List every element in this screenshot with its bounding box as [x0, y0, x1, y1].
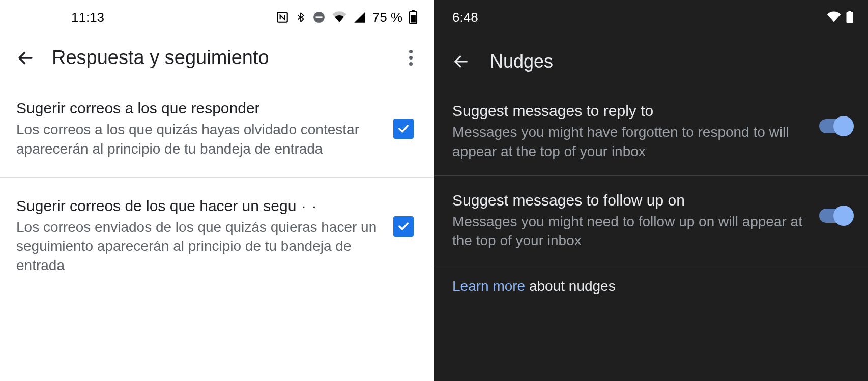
overflow-menu-icon[interactable] [402, 46, 420, 70]
settings-list: Sugerir correos a los que responder Los … [0, 84, 434, 289]
status-bar: 6:48 [434, 0, 868, 32]
setting-suggest-reply[interactable]: Sugerir correos a los que responder Los … [0, 84, 434, 173]
toggle-on[interactable] [819, 209, 851, 223]
svg-rect-2 [315, 16, 322, 18]
setting-title: Suggest messages to reply to [452, 101, 807, 121]
setting-desc: Los correos a los que quizás hayas olvid… [16, 120, 381, 159]
setting-suggest-followup[interactable]: Sugerir correos de los que hacer un segu… [0, 182, 434, 289]
app-bar: Respuesta y seguimiento [0, 32, 434, 84]
battery-icon [846, 11, 854, 24]
learn-more-text: about nudges [525, 278, 616, 294]
setting-title: Sugerir correos de los que hacer un segu [16, 196, 381, 216]
setting-desc: Messages you might need to follow up on … [452, 212, 807, 251]
page-title: Respuesta y seguimiento [52, 47, 385, 69]
app-bar: Nudges [434, 32, 868, 86]
checkbox-checked[interactable] [393, 216, 414, 237]
dnd-icon [312, 11, 326, 24]
learn-more-link[interactable]: Learn more [452, 278, 525, 294]
battery-icon [409, 10, 418, 24]
battery-percent: 75 % [372, 10, 402, 25]
screen-dark: 6:48 Nudges Suggest messages to reply to… [434, 0, 868, 381]
setting-desc: Messages you might have forgotten to res… [452, 123, 807, 161]
setting-desc: Los correos enviados de los que quizás q… [16, 218, 381, 275]
back-icon[interactable] [16, 49, 35, 67]
toggle-on[interactable] [819, 119, 851, 133]
divider [0, 177, 434, 178]
settings-list: Suggest messages to reply to Messages yo… [434, 86, 868, 308]
setting-title: Suggest messages to follow up on [452, 190, 807, 210]
back-icon[interactable] [452, 53, 470, 70]
setting-suggest-followup[interactable]: Suggest messages to follow up on Message… [434, 176, 868, 265]
checkbox-checked[interactable] [393, 119, 414, 139]
setting-suggest-reply[interactable]: Suggest messages to reply to Messages yo… [434, 86, 868, 175]
bluetooth-icon [295, 11, 306, 24]
status-time: 6:48 [452, 10, 478, 25]
page-title: Nudges [490, 51, 854, 72]
screen-light: 11:13 75 % Re [0, 0, 434, 381]
status-bar: 11:13 75 % [0, 0, 434, 32]
nfc-icon [276, 11, 289, 24]
setting-title: Sugerir correos a los que responder [16, 98, 381, 118]
svg-rect-6 [848, 11, 851, 12]
wifi-icon [826, 11, 842, 23]
wifi-icon [332, 11, 347, 24]
learn-more-row[interactable]: Learn more about nudges [434, 265, 868, 308]
signal-icon [353, 11, 366, 24]
svg-rect-7 [847, 12, 853, 23]
svg-rect-5 [411, 15, 416, 23]
status-time: 11:13 [71, 10, 104, 25]
